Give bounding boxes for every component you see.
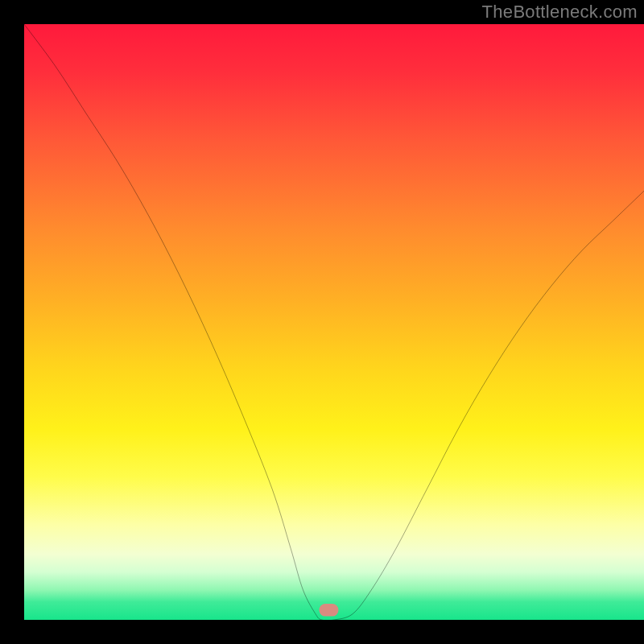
gradient-background	[24, 24, 644, 620]
watermark-text: TheBottleneck.com	[482, 2, 638, 23]
plot-area	[24, 24, 644, 620]
chart-frame: TheBottleneck.com	[0, 0, 644, 644]
